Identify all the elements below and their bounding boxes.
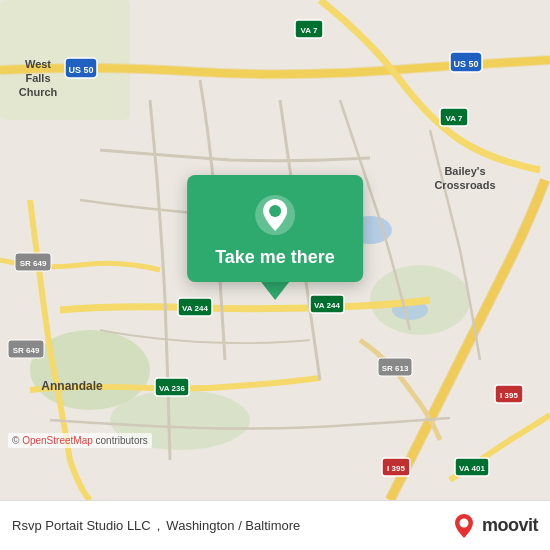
take-me-there-label: Take me there xyxy=(215,247,335,268)
separator: , xyxy=(157,518,161,533)
svg-text:VA 244: VA 244 xyxy=(314,301,340,310)
map-pin-icon xyxy=(253,193,297,237)
svg-text:Annandale: Annandale xyxy=(41,379,103,393)
popup-arrow xyxy=(261,282,289,300)
moovit-text: moovit xyxy=(482,515,538,536)
popup-box[interactable]: Take me there xyxy=(187,175,363,282)
svg-text:VA 7: VA 7 xyxy=(446,114,463,123)
osm-contributors: contributors xyxy=(96,435,148,446)
svg-text:VA 244: VA 244 xyxy=(182,304,208,313)
svg-text:US 50: US 50 xyxy=(68,65,93,75)
svg-text:Crossroads: Crossroads xyxy=(434,179,495,191)
svg-text:SR 649: SR 649 xyxy=(20,259,47,268)
osm-link[interactable]: OpenStreetMap xyxy=(22,435,93,446)
svg-text:Falls: Falls xyxy=(25,72,50,84)
svg-text:VA 401: VA 401 xyxy=(459,464,485,473)
osm-attribution: © OpenStreetMap contributors xyxy=(8,433,152,448)
bottom-left: Rsvp Portait Studio LLC , Washington / B… xyxy=(12,518,300,533)
bottom-bar: Rsvp Portait Studio LLC , Washington / B… xyxy=(0,500,550,550)
svg-text:SR 649: SR 649 xyxy=(13,346,40,355)
map-container[interactable]: US 50 VA 7 US 50 VA 7 SR 649 SR 649 VA 2… xyxy=(0,0,550,500)
svg-text:West: West xyxy=(25,58,51,70)
svg-text:US 50: US 50 xyxy=(453,59,478,69)
svg-text:VA 7: VA 7 xyxy=(301,26,318,35)
svg-text:I 395: I 395 xyxy=(500,391,518,400)
svg-text:VA 236: VA 236 xyxy=(159,384,185,393)
svg-text:Bailey's: Bailey's xyxy=(444,165,485,177)
svg-text:Church: Church xyxy=(19,86,58,98)
svg-point-41 xyxy=(269,205,281,217)
region: Washington / Baltimore xyxy=(166,518,300,533)
moovit-logo[interactable]: moovit xyxy=(450,512,538,540)
business-name: Rsvp Portait Studio LLC xyxy=(12,518,151,533)
osm-copyright: © xyxy=(12,435,19,446)
popup-container[interactable]: Take me there xyxy=(187,175,363,300)
svg-point-42 xyxy=(459,518,468,527)
moovit-pin-icon xyxy=(450,512,478,540)
svg-text:SR 613: SR 613 xyxy=(382,364,409,373)
svg-text:I 395: I 395 xyxy=(387,464,405,473)
